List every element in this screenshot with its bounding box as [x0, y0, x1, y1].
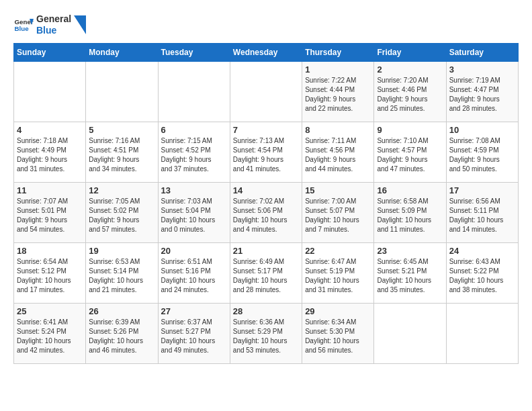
logo-text-general: General: [36, 13, 71, 25]
day-info: Sunrise: 7:13 AM Sunset: 4:54 PM Dayligh…: [233, 136, 299, 174]
day-number: 22: [305, 246, 371, 256]
day-info: Sunrise: 7:02 AM Sunset: 5:06 PM Dayligh…: [233, 197, 299, 234]
calendar-week-row: 25Sunrise: 6:41 AM Sunset: 5:24 PM Dayli…: [14, 303, 519, 363]
calendar-day-cell: [158, 61, 230, 122]
day-number: 12: [89, 185, 154, 195]
logo: General Blue General Blue: [13, 13, 86, 36]
day-info: Sunrise: 7:00 AM Sunset: 5:07 PM Dayligh…: [305, 197, 371, 234]
header-day: Tuesday: [158, 43, 230, 61]
day-info: Sunrise: 7:11 AM Sunset: 4:56 PM Dayligh…: [305, 136, 371, 174]
day-info: Sunrise: 7:10 AM Sunset: 4:57 PM Dayligh…: [377, 136, 443, 174]
calendar-body: 1Sunrise: 7:22 AM Sunset: 4:44 PM Daylig…: [14, 61, 519, 363]
svg-marker-3: [74, 15, 86, 34]
calendar-table: SundayMondayTuesdayWednesdayThursdayFrid…: [13, 43, 519, 364]
calendar-day-cell: 8Sunrise: 7:11 AM Sunset: 4:56 PM Daylig…: [302, 122, 374, 182]
day-number: 14: [233, 185, 299, 195]
day-number: 3: [449, 64, 515, 75]
day-info: Sunrise: 6:39 AM Sunset: 5:26 PM Dayligh…: [89, 318, 154, 355]
day-info: Sunrise: 7:19 AM Sunset: 4:47 PM Dayligh…: [449, 76, 515, 113]
day-info: Sunrise: 7:08 AM Sunset: 4:59 PM Dayligh…: [449, 136, 515, 174]
calendar-week-row: 18Sunrise: 6:54 AM Sunset: 5:12 PM Dayli…: [14, 242, 519, 303]
day-info: Sunrise: 7:16 AM Sunset: 4:51 PM Dayligh…: [89, 136, 154, 174]
calendar-day-cell: 20Sunrise: 6:51 AM Sunset: 5:16 PM Dayli…: [158, 242, 230, 303]
calendar-day-cell: 1Sunrise: 7:22 AM Sunset: 4:44 PM Daylig…: [302, 61, 374, 122]
header-day: Monday: [86, 43, 158, 61]
svg-text:Blue: Blue: [15, 25, 30, 32]
day-info: Sunrise: 6:37 AM Sunset: 5:27 PM Dayligh…: [161, 318, 227, 355]
calendar-day-cell: 14Sunrise: 7:02 AM Sunset: 5:06 PM Dayli…: [230, 182, 302, 242]
calendar-day-cell: 24Sunrise: 6:43 AM Sunset: 5:22 PM Dayli…: [446, 242, 518, 303]
day-number: 11: [17, 185, 83, 195]
calendar-day-cell: 12Sunrise: 7:05 AM Sunset: 5:02 PM Dayli…: [86, 182, 158, 242]
calendar-day-cell: 3Sunrise: 7:19 AM Sunset: 4:47 PM Daylig…: [446, 61, 518, 122]
calendar-day-cell: 21Sunrise: 6:49 AM Sunset: 5:17 PM Dayli…: [230, 242, 302, 303]
calendar-day-cell: 23Sunrise: 6:45 AM Sunset: 5:21 PM Dayli…: [374, 242, 446, 303]
logo-arrow-icon: [74, 15, 86, 34]
day-info: Sunrise: 6:34 AM Sunset: 5:30 PM Dayligh…: [305, 318, 371, 355]
day-number: 16: [377, 185, 443, 195]
calendar-week-row: 1Sunrise: 7:22 AM Sunset: 4:44 PM Daylig…: [14, 61, 519, 122]
calendar-day-cell: 17Sunrise: 6:56 AM Sunset: 5:11 PM Dayli…: [446, 182, 518, 242]
calendar-day-cell: 11Sunrise: 7:07 AM Sunset: 5:01 PM Dayli…: [14, 182, 86, 242]
calendar-day-cell: 2Sunrise: 7:20 AM Sunset: 4:46 PM Daylig…: [374, 61, 446, 122]
day-info: Sunrise: 6:47 AM Sunset: 5:19 PM Dayligh…: [305, 257, 371, 295]
day-number: 24: [449, 246, 515, 256]
day-info: Sunrise: 7:03 AM Sunset: 5:04 PM Dayligh…: [161, 197, 227, 234]
calendar-day-cell: 5Sunrise: 7:16 AM Sunset: 4:51 PM Daylig…: [86, 122, 158, 182]
calendar-day-cell: 10Sunrise: 7:08 AM Sunset: 4:59 PM Dayli…: [446, 122, 518, 182]
calendar-day-cell: 9Sunrise: 7:10 AM Sunset: 4:57 PM Daylig…: [374, 122, 446, 182]
day-number: 6: [161, 125, 227, 135]
day-info: Sunrise: 6:45 AM Sunset: 5:21 PM Dayligh…: [377, 257, 443, 295]
day-info: Sunrise: 6:53 AM Sunset: 5:14 PM Dayligh…: [89, 257, 154, 295]
day-info: Sunrise: 7:20 AM Sunset: 4:46 PM Dayligh…: [377, 76, 443, 113]
logo-icon: General Blue: [13, 15, 34, 35]
day-info: Sunrise: 6:54 AM Sunset: 5:12 PM Dayligh…: [17, 257, 83, 295]
calendar-week-row: 4Sunrise: 7:18 AM Sunset: 4:49 PM Daylig…: [14, 122, 519, 182]
day-number: 13: [161, 185, 227, 195]
calendar-day-cell: 6Sunrise: 7:15 AM Sunset: 4:52 PM Daylig…: [158, 122, 230, 182]
day-number: 10: [449, 125, 515, 135]
logo-text-blue: Blue: [36, 25, 71, 36]
day-info: Sunrise: 6:56 AM Sunset: 5:11 PM Dayligh…: [449, 197, 515, 234]
header-day: Friday: [374, 43, 446, 61]
day-info: Sunrise: 7:15 AM Sunset: 4:52 PM Dayligh…: [161, 136, 227, 174]
calendar-day-cell: [14, 61, 86, 122]
day-info: Sunrise: 6:58 AM Sunset: 5:09 PM Dayligh…: [377, 197, 443, 234]
calendar-day-cell: 16Sunrise: 6:58 AM Sunset: 5:09 PM Dayli…: [374, 182, 446, 242]
day-number: 19: [89, 246, 154, 256]
day-info: Sunrise: 6:43 AM Sunset: 5:22 PM Dayligh…: [449, 257, 515, 295]
day-info: Sunrise: 7:22 AM Sunset: 4:44 PM Dayligh…: [305, 76, 371, 113]
day-info: Sunrise: 7:07 AM Sunset: 5:01 PM Dayligh…: [17, 197, 83, 234]
day-number: 25: [17, 306, 83, 316]
day-number: 8: [305, 125, 371, 135]
day-info: Sunrise: 6:41 AM Sunset: 5:24 PM Dayligh…: [17, 318, 83, 355]
day-number: 20: [161, 246, 227, 256]
day-number: 21: [233, 246, 299, 256]
header-day: Thursday: [302, 43, 374, 61]
day-number: 15: [305, 185, 371, 195]
day-number: 17: [449, 185, 515, 195]
day-info: Sunrise: 6:36 AM Sunset: 5:29 PM Dayligh…: [233, 318, 299, 355]
calendar-day-cell: 25Sunrise: 6:41 AM Sunset: 5:24 PM Dayli…: [14, 303, 86, 363]
day-number: 29: [305, 306, 371, 316]
calendar-day-cell: 7Sunrise: 7:13 AM Sunset: 4:54 PM Daylig…: [230, 122, 302, 182]
day-info: Sunrise: 6:51 AM Sunset: 5:16 PM Dayligh…: [161, 257, 227, 295]
day-info: Sunrise: 6:49 AM Sunset: 5:17 PM Dayligh…: [233, 257, 299, 295]
page-header: General Blue General Blue: [13, 13, 519, 36]
day-number: 5: [89, 125, 154, 135]
day-number: 2: [377, 64, 443, 75]
header-day: Saturday: [446, 43, 518, 61]
day-number: 26: [89, 306, 154, 316]
header-day: Sunday: [14, 43, 86, 61]
calendar-day-cell: [374, 303, 446, 363]
calendar-day-cell: 15Sunrise: 7:00 AM Sunset: 5:07 PM Dayli…: [302, 182, 374, 242]
calendar-day-cell: 27Sunrise: 6:37 AM Sunset: 5:27 PM Dayli…: [158, 303, 230, 363]
calendar-day-cell: [230, 61, 302, 122]
day-number: 27: [161, 306, 227, 316]
day-number: 7: [233, 125, 299, 135]
calendar-day-cell: [446, 303, 518, 363]
calendar-day-cell: 22Sunrise: 6:47 AM Sunset: 5:19 PM Dayli…: [302, 242, 374, 303]
calendar-day-cell: 4Sunrise: 7:18 AM Sunset: 4:49 PM Daylig…: [14, 122, 86, 182]
day-number: 23: [377, 246, 443, 256]
day-number: 1: [305, 64, 371, 75]
